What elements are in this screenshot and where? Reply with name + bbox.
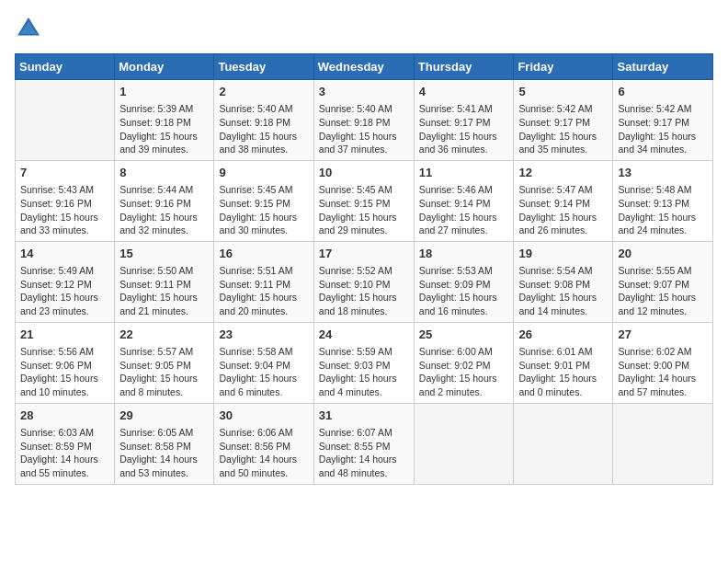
- day-info: Sunrise: 5:56 AM Sunset: 9:06 PM Dayligh…: [20, 345, 109, 399]
- calendar-cell: 14Sunrise: 5:49 AM Sunset: 9:12 PM Dayli…: [16, 241, 115, 322]
- calendar-cell: 7Sunrise: 5:43 AM Sunset: 9:16 PM Daylig…: [16, 160, 115, 241]
- column-header-sunday: Sunday: [16, 54, 115, 80]
- day-info: Sunrise: 6:03 AM Sunset: 8:59 PM Dayligh…: [20, 426, 109, 480]
- calendar-cell: 19Sunrise: 5:54 AM Sunset: 9:08 PM Dayli…: [514, 241, 613, 322]
- day-info: Sunrise: 5:54 AM Sunset: 9:08 PM Dayligh…: [518, 264, 608, 318]
- day-info: Sunrise: 5:51 AM Sunset: 9:11 PM Dayligh…: [219, 264, 308, 318]
- day-number: 9: [219, 165, 308, 181]
- day-info: Sunrise: 5:41 AM Sunset: 9:17 PM Dayligh…: [419, 102, 509, 156]
- day-info: Sunrise: 6:07 AM Sunset: 8:55 PM Dayligh…: [319, 426, 409, 480]
- calendar-cell: [514, 403, 613, 484]
- day-number: 3: [319, 84, 409, 100]
- calendar-cell: 27Sunrise: 6:02 AM Sunset: 9:00 PM Dayli…: [613, 322, 713, 403]
- day-number: 31: [319, 408, 409, 424]
- calendar-cell: [16, 80, 115, 161]
- day-info: Sunrise: 5:39 AM Sunset: 9:18 PM Dayligh…: [119, 102, 209, 156]
- calendar-cell: 21Sunrise: 5:56 AM Sunset: 9:06 PM Dayli…: [16, 322, 115, 403]
- day-number: 30: [219, 408, 308, 424]
- calendar-cell: 8Sunrise: 5:44 AM Sunset: 9:16 PM Daylig…: [115, 160, 214, 241]
- page-header: [15, 15, 713, 42]
- day-number: 19: [518, 246, 608, 262]
- calendar-cell: 30Sunrise: 6:06 AM Sunset: 8:56 PM Dayli…: [214, 403, 313, 484]
- calendar-header-row: SundayMondayTuesdayWednesdayThursdayFrid…: [16, 54, 713, 80]
- calendar-cell: 6Sunrise: 5:42 AM Sunset: 9:17 PM Daylig…: [613, 80, 713, 161]
- calendar-week-row: 21Sunrise: 5:56 AM Sunset: 9:06 PM Dayli…: [16, 322, 713, 403]
- day-info: Sunrise: 5:44 AM Sunset: 9:16 PM Dayligh…: [119, 183, 209, 237]
- day-number: 17: [319, 246, 409, 262]
- calendar-week-row: 28Sunrise: 6:03 AM Sunset: 8:59 PM Dayli…: [16, 403, 713, 484]
- calendar-week-row: 1Sunrise: 5:39 AM Sunset: 9:18 PM Daylig…: [16, 80, 713, 161]
- calendar-cell: 20Sunrise: 5:55 AM Sunset: 9:07 PM Dayli…: [613, 241, 713, 322]
- calendar-cell: 16Sunrise: 5:51 AM Sunset: 9:11 PM Dayli…: [214, 241, 313, 322]
- day-number: 24: [319, 327, 409, 343]
- calendar-cell: 3Sunrise: 5:40 AM Sunset: 9:18 PM Daylig…: [313, 80, 414, 161]
- day-info: Sunrise: 5:53 AM Sunset: 9:09 PM Dayligh…: [419, 264, 509, 318]
- day-number: 29: [119, 408, 209, 424]
- calendar-cell: 9Sunrise: 5:45 AM Sunset: 9:15 PM Daylig…: [214, 160, 313, 241]
- calendar-cell: 5Sunrise: 5:42 AM Sunset: 9:17 PM Daylig…: [514, 80, 613, 161]
- day-number: 21: [20, 327, 109, 343]
- calendar-cell: 12Sunrise: 5:47 AM Sunset: 9:14 PM Dayli…: [514, 160, 613, 241]
- day-number: 23: [219, 327, 308, 343]
- day-number: 4: [419, 84, 509, 100]
- day-number: 5: [518, 84, 608, 100]
- day-info: Sunrise: 5:49 AM Sunset: 9:12 PM Dayligh…: [20, 264, 109, 318]
- day-info: Sunrise: 5:42 AM Sunset: 9:17 PM Dayligh…: [618, 102, 708, 156]
- calendar-cell: 17Sunrise: 5:52 AM Sunset: 9:10 PM Dayli…: [313, 241, 414, 322]
- calendar-cell: 25Sunrise: 6:00 AM Sunset: 9:02 PM Dayli…: [414, 322, 514, 403]
- calendar-cell: 10Sunrise: 5:45 AM Sunset: 9:15 PM Dayli…: [313, 160, 414, 241]
- column-header-thursday: Thursday: [414, 54, 514, 80]
- day-info: Sunrise: 6:02 AM Sunset: 9:00 PM Dayligh…: [618, 345, 708, 399]
- calendar-cell: 1Sunrise: 5:39 AM Sunset: 9:18 PM Daylig…: [115, 80, 214, 161]
- calendar-cell: 26Sunrise: 6:01 AM Sunset: 9:01 PM Dayli…: [514, 322, 613, 403]
- day-info: Sunrise: 5:40 AM Sunset: 9:18 PM Dayligh…: [219, 102, 308, 156]
- calendar-cell: 18Sunrise: 5:53 AM Sunset: 9:09 PM Dayli…: [414, 241, 514, 322]
- logo: [15, 15, 46, 42]
- day-number: 13: [618, 165, 708, 181]
- day-info: Sunrise: 5:57 AM Sunset: 9:05 PM Dayligh…: [119, 345, 209, 399]
- day-number: 25: [419, 327, 509, 343]
- day-info: Sunrise: 5:52 AM Sunset: 9:10 PM Dayligh…: [319, 264, 409, 318]
- day-number: 11: [419, 165, 509, 181]
- day-number: 18: [419, 246, 509, 262]
- day-number: 6: [618, 84, 708, 100]
- day-info: Sunrise: 5:50 AM Sunset: 9:11 PM Dayligh…: [119, 264, 209, 318]
- day-info: Sunrise: 5:43 AM Sunset: 9:16 PM Dayligh…: [20, 183, 109, 237]
- day-info: Sunrise: 5:45 AM Sunset: 9:15 PM Dayligh…: [219, 183, 308, 237]
- calendar-cell: 4Sunrise: 5:41 AM Sunset: 9:17 PM Daylig…: [414, 80, 514, 161]
- calendar-cell: 11Sunrise: 5:46 AM Sunset: 9:14 PM Dayli…: [414, 160, 514, 241]
- day-number: 26: [518, 327, 608, 343]
- day-number: 8: [119, 165, 209, 181]
- calendar-cell: 29Sunrise: 6:05 AM Sunset: 8:58 PM Dayli…: [115, 403, 214, 484]
- day-info: Sunrise: 5:47 AM Sunset: 9:14 PM Dayligh…: [518, 183, 608, 237]
- day-info: Sunrise: 6:05 AM Sunset: 8:58 PM Dayligh…: [119, 426, 209, 480]
- day-number: 16: [219, 246, 308, 262]
- day-number: 1: [119, 84, 209, 100]
- column-header-tuesday: Tuesday: [214, 54, 313, 80]
- calendar-cell: 31Sunrise: 6:07 AM Sunset: 8:55 PM Dayli…: [313, 403, 414, 484]
- day-number: 15: [119, 246, 209, 262]
- calendar-cell: 23Sunrise: 5:58 AM Sunset: 9:04 PM Dayli…: [214, 322, 313, 403]
- day-info: Sunrise: 6:06 AM Sunset: 8:56 PM Dayligh…: [219, 426, 308, 480]
- calendar-cell: 22Sunrise: 5:57 AM Sunset: 9:05 PM Dayli…: [115, 322, 214, 403]
- day-number: 28: [20, 408, 109, 424]
- calendar-cell: [613, 403, 713, 484]
- day-number: 20: [618, 246, 708, 262]
- day-info: Sunrise: 5:55 AM Sunset: 9:07 PM Dayligh…: [618, 264, 708, 318]
- day-info: Sunrise: 5:46 AM Sunset: 9:14 PM Dayligh…: [419, 183, 509, 237]
- day-number: 22: [119, 327, 209, 343]
- day-info: Sunrise: 5:42 AM Sunset: 9:17 PM Dayligh…: [518, 102, 608, 156]
- logo-icon: [15, 15, 42, 42]
- calendar-week-row: 7Sunrise: 5:43 AM Sunset: 9:16 PM Daylig…: [16, 160, 713, 241]
- day-info: Sunrise: 6:01 AM Sunset: 9:01 PM Dayligh…: [518, 345, 608, 399]
- day-number: 27: [618, 327, 708, 343]
- calendar-cell: [414, 403, 514, 484]
- day-number: 12: [518, 165, 608, 181]
- calendar-table: SundayMondayTuesdayWednesdayThursdayFrid…: [15, 53, 713, 485]
- calendar-cell: 2Sunrise: 5:40 AM Sunset: 9:18 PM Daylig…: [214, 80, 313, 161]
- day-number: 14: [20, 246, 109, 262]
- day-info: Sunrise: 5:40 AM Sunset: 9:18 PM Dayligh…: [319, 102, 409, 156]
- day-info: Sunrise: 5:59 AM Sunset: 9:03 PM Dayligh…: [319, 345, 409, 399]
- calendar-week-row: 14Sunrise: 5:49 AM Sunset: 9:12 PM Dayli…: [16, 241, 713, 322]
- calendar-cell: 13Sunrise: 5:48 AM Sunset: 9:13 PM Dayli…: [613, 160, 713, 241]
